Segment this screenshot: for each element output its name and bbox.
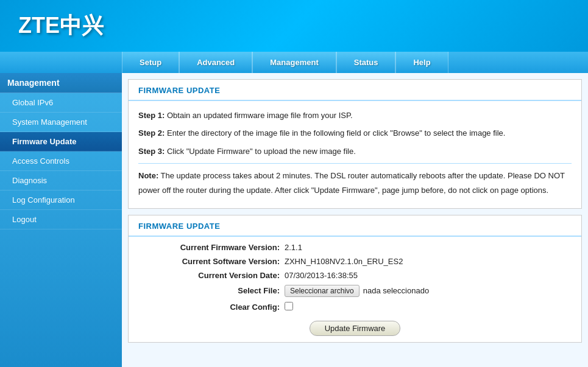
step1: Step 1: Obtain an updated firmware image… bbox=[138, 108, 572, 122]
clear-config-row: Clear Config: bbox=[138, 302, 572, 312]
clear-config-label: Clear Config: bbox=[138, 302, 285, 312]
logo: ZTE中兴 bbox=[6, 5, 116, 47]
note-text: The update process takes about 2 minutes… bbox=[138, 171, 565, 194]
nav-management[interactable]: Management bbox=[252, 52, 336, 73]
note: Note: The update process takes about 2 m… bbox=[138, 169, 572, 197]
software-version-label: Current Software Version: bbox=[138, 257, 285, 266]
navbar: Setup Advanced Management Status Help bbox=[0, 52, 588, 73]
header: ZTE中兴 bbox=[0, 0, 588, 52]
sidebar-item-diagnosis[interactable]: Diagnosis bbox=[0, 171, 122, 190]
steps-section: FIRMWARE UPDATE Step 1: Obtain an update… bbox=[128, 79, 582, 209]
clear-config-checkbox[interactable] bbox=[285, 302, 293, 310]
update-btn-row: Update Firmware bbox=[129, 321, 581, 336]
firmware-version-row: Current Firmware Version: 2.1.1 bbox=[138, 243, 572, 252]
clear-config-value bbox=[285, 302, 293, 312]
divider1 bbox=[138, 163, 572, 164]
note-label: Note: bbox=[138, 171, 158, 180]
main-content: FIRMWARE UPDATE Step 1: Obtain an update… bbox=[122, 73, 588, 367]
sidebar-item-logout[interactable]: Logout bbox=[0, 210, 122, 229]
firmware-section: FIRMWARE UPDATE Current Firmware Version… bbox=[128, 215, 582, 343]
step2: Step 2: Enter the directory of the image… bbox=[138, 126, 572, 140]
firmware-section-title: FIRMWARE UPDATE bbox=[129, 215, 581, 237]
sidebar-item-access-controls[interactable]: Access Controls bbox=[0, 152, 122, 171]
layout: Management Global IPv6 System Management… bbox=[0, 73, 588, 367]
step2-label: Step 2: bbox=[138, 128, 165, 138]
step3-label: Step 3: bbox=[138, 147, 165, 156]
sidebar-group-title: Management bbox=[0, 73, 122, 93]
sidebar-item-global-ipv6[interactable]: Global IPv6 bbox=[0, 93, 122, 113]
select-file-value: Seleccionar archivonada seleccionado bbox=[285, 285, 429, 297]
steps-section-title: FIRMWARE UPDATE bbox=[129, 80, 581, 101]
logo-text: ZTE中兴 bbox=[18, 11, 104, 41]
browse-button[interactable]: Seleccionar archivo bbox=[285, 285, 360, 297]
update-firmware-button[interactable]: Update Firmware bbox=[310, 321, 401, 336]
software-version-value: ZXHN_H108NV2.1.0n_ERU_ES2 bbox=[285, 257, 403, 266]
step1-text: Obtain an updated firmware image file fr… bbox=[165, 111, 352, 120]
firmware-version-value: 2.1.1 bbox=[285, 243, 302, 252]
sidebar-item-system-management[interactable]: System Management bbox=[0, 113, 122, 132]
firmware-version-label: Current Firmware Version: bbox=[138, 243, 285, 252]
select-file-row: Select File: Seleccionar archivonada sel… bbox=[138, 285, 572, 297]
step2-text: Enter the directory of the image file in… bbox=[165, 128, 505, 138]
step1-label: Step 1: bbox=[138, 111, 165, 120]
steps-body: Step 1: Obtain an updated firmware image… bbox=[129, 101, 581, 208]
software-version-row: Current Software Version: ZXHN_H108NV2.1… bbox=[138, 257, 572, 266]
sidebar-item-firmware-update[interactable]: Firmware Update bbox=[0, 132, 122, 152]
no-file-text: nada seleccionado bbox=[363, 286, 429, 295]
firmware-info-table: Current Firmware Version: 2.1.1 Current … bbox=[138, 243, 572, 312]
nav-setup[interactable]: Setup bbox=[122, 52, 179, 73]
nav-help[interactable]: Help bbox=[395, 52, 448, 73]
nav-advanced[interactable]: Advanced bbox=[179, 52, 252, 73]
select-file-label: Select File: bbox=[138, 286, 285, 295]
step3: Step 3: Click "Update Firmware" to uploa… bbox=[138, 144, 572, 158]
version-date-label: Current Version Date: bbox=[138, 271, 285, 280]
step3-text: Click "Update Firmware" to upload the ne… bbox=[165, 147, 355, 156]
nav-status[interactable]: Status bbox=[336, 52, 396, 73]
sidebar: Management Global IPv6 System Management… bbox=[0, 73, 122, 367]
version-date-value: 07/30/2013-16:38:55 bbox=[285, 271, 358, 280]
sidebar-item-log-configuration[interactable]: Log Configuration bbox=[0, 190, 122, 210]
version-date-row: Current Version Date: 07/30/2013-16:38:5… bbox=[138, 271, 572, 280]
